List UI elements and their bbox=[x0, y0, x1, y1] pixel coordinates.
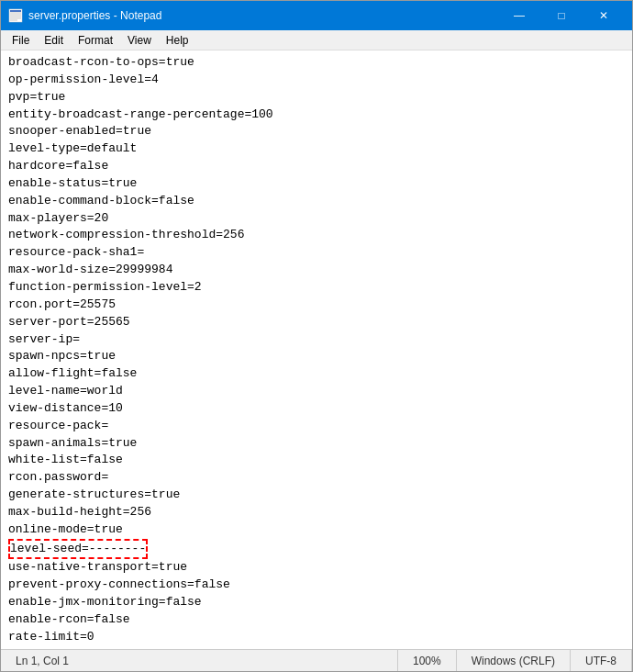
menu-view[interactable]: View bbox=[120, 30, 159, 50]
menu-edit[interactable]: Edit bbox=[37, 30, 71, 50]
cursor-position: Ln 1, Col 1 bbox=[1, 650, 398, 671]
title-bar: server.properties - Notepad — □ ✕ bbox=[1, 1, 632, 30]
menu-bar: File Edit Format View Help bbox=[1, 30, 632, 50]
svg-rect-1 bbox=[10, 10, 21, 12]
main-window: server.properties - Notepad — □ ✕ File E… bbox=[0, 0, 633, 672]
maximize-button[interactable]: □ bbox=[540, 1, 583, 30]
line-ending: Windows (CRLF) bbox=[457, 650, 571, 671]
editor-area: broadcast-rcon-to-ops=true op-permission… bbox=[1, 50, 632, 649]
minimize-button[interactable]: — bbox=[498, 1, 540, 30]
close-button[interactable]: ✕ bbox=[583, 1, 625, 30]
text-editor[interactable]: broadcast-rcon-to-ops=true op-permission… bbox=[1, 50, 632, 649]
window-title: server.properties - Notepad bbox=[28, 9, 498, 22]
encoding: UTF-8 bbox=[571, 650, 632, 671]
status-bar: Ln 1, Col 1 100% Windows (CRLF) UTF-8 bbox=[1, 649, 632, 671]
menu-file[interactable]: File bbox=[5, 30, 37, 50]
highlighted-line: level-seed=-------- bbox=[8, 539, 148, 560]
app-icon bbox=[8, 8, 23, 23]
zoom-level: 100% bbox=[398, 650, 457, 671]
menu-help[interactable]: Help bbox=[159, 30, 196, 50]
menu-format[interactable]: Format bbox=[71, 30, 120, 50]
window-controls: — □ ✕ bbox=[498, 1, 625, 30]
